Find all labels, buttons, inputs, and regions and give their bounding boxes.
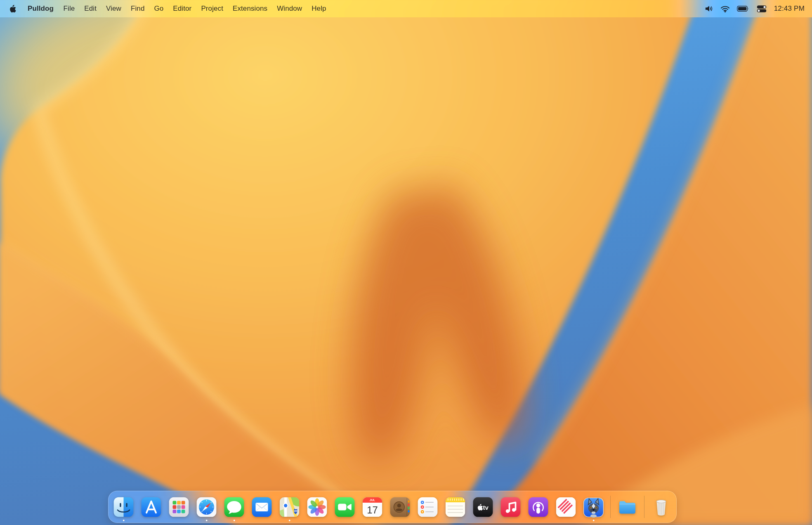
folder-icon (616, 496, 638, 518)
dock-item-reminders[interactable] (417, 496, 439, 518)
dock-item-photos[interactable] (306, 496, 328, 518)
svg-text:JUL: JUL (370, 499, 375, 501)
running-indicator (288, 520, 290, 522)
running-indicator (233, 520, 235, 522)
svg-text:280: 280 (294, 510, 297, 512)
photos-icon (306, 496, 328, 518)
tv-icon: tv (472, 496, 494, 518)
dock: 280 JUL 17 (108, 491, 677, 523)
dock-item-notes[interactable] (444, 496, 466, 518)
menu-find[interactable]: Find (126, 5, 149, 13)
maps-icon: 280 (279, 496, 300, 518)
dock-item-tv[interactable]: tv (472, 496, 494, 518)
menu-extensions[interactable]: Extensions (228, 5, 272, 13)
menu-editor[interactable]: Editor (168, 5, 196, 13)
reminders-icon (417, 496, 439, 518)
calendar-icon: JUL 17 (361, 496, 383, 518)
dock-separator (644, 496, 644, 518)
apple-menu[interactable] (0, 0, 23, 17)
trash-icon (650, 496, 672, 518)
dock-item-app-store[interactable] (140, 496, 162, 518)
pulldog-icon (583, 496, 604, 518)
dock-item-safari[interactable] (196, 496, 217, 518)
dock-item-calendar[interactable]: JUL 17 (361, 496, 383, 518)
dock-item-mail[interactable] (251, 496, 273, 518)
notes-icon (444, 496, 466, 518)
wifi-icon[interactable] (720, 5, 730, 12)
music-icon (500, 496, 522, 518)
dock-separator (610, 496, 611, 518)
volume-icon[interactable] (704, 5, 713, 12)
menu-bar-clock[interactable]: 12:43 PM (774, 5, 805, 13)
menu-help[interactable]: Help (307, 5, 331, 13)
running-indicator (123, 520, 125, 522)
dock-item-podcasts[interactable] (527, 496, 549, 518)
menu-go[interactable]: Go (149, 5, 168, 13)
messages-icon (223, 496, 245, 518)
active-app-menu[interactable]: Pulldog (23, 5, 59, 13)
news-icon (555, 496, 577, 518)
menu-bar: Pulldog FileEditViewFindGoEditorProjectE… (0, 0, 812, 17)
dock-item-pulldog[interactable] (583, 496, 604, 518)
dock-item-music[interactable] (500, 496, 522, 518)
apple-logo-icon (9, 5, 16, 13)
safari-icon (196, 496, 217, 518)
dock-item-messages[interactable] (223, 496, 245, 518)
launchpad-icon (168, 496, 190, 518)
desktop-wallpaper (0, 0, 812, 525)
dock-item-facetime[interactable] (334, 496, 356, 518)
svg-text:tv: tv (483, 504, 489, 511)
menu-edit[interactable]: Edit (80, 5, 102, 13)
dock-item-news[interactable] (555, 496, 577, 518)
menu-bar-status: 12:43 PM (704, 0, 812, 17)
menu-bar-menus: FileEditViewFindGoEditorProjectExtension… (59, 5, 331, 13)
mail-icon (251, 496, 273, 518)
podcasts-icon (527, 496, 549, 518)
dock-item-finder[interactable] (113, 496, 135, 518)
menu-file[interactable]: File (59, 5, 80, 13)
running-indicator (592, 520, 595, 522)
contacts-icon (389, 496, 411, 518)
dock-item-launchpad[interactable] (168, 496, 190, 518)
menu-window[interactable]: Window (272, 5, 307, 13)
battery-icon[interactable] (737, 6, 749, 12)
dock-item-trash[interactable] (650, 496, 672, 518)
running-indicator (205, 520, 208, 522)
menu-view[interactable]: View (102, 5, 126, 13)
svg-text:17: 17 (367, 504, 378, 516)
dock-item-contacts[interactable] (389, 496, 411, 518)
facetime-icon (334, 496, 356, 518)
control-center-icon[interactable] (756, 5, 767, 13)
dock-item-folder[interactable] (616, 496, 638, 518)
finder-icon (113, 496, 135, 518)
menu-project[interactable]: Project (196, 5, 228, 13)
dock-item-maps[interactable]: 280 (279, 496, 300, 518)
app-store-icon (140, 496, 162, 518)
